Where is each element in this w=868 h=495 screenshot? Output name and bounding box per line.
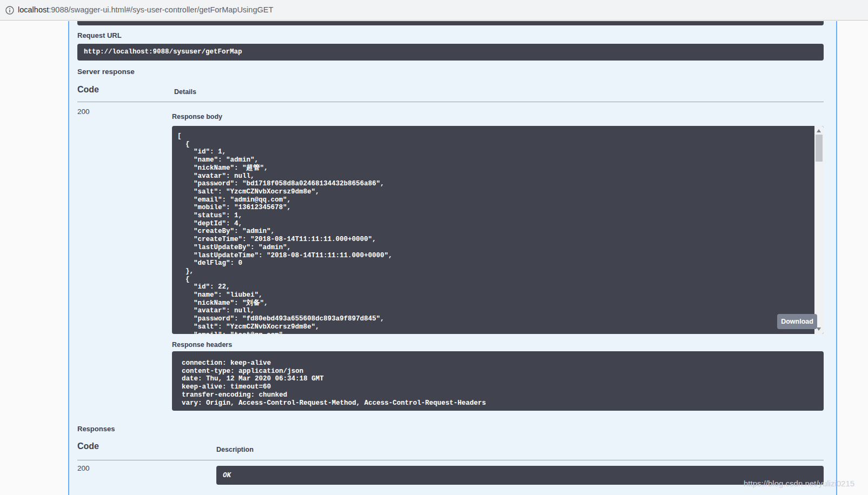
server-response-details-header: Details [174,88,196,96]
curl-box-bottom-edge [77,21,824,25]
url-host: localhost [18,5,49,14]
request-url-box: http://localhost:9088/sysuser/getForMap [77,44,824,61]
response-headers-label: Response headers [172,341,232,349]
server-response-code-header: Code [77,85,99,95]
scroll-down-icon[interactable] [817,327,821,331]
response-headers-text: connection: keep-alive content-type: app… [172,351,824,407]
response-body-label: Response body [172,113,222,121]
scrollbar-thumb[interactable] [816,135,823,162]
response-body-box: [ { "id": 1, "name": "admin", "nickName"… [172,126,824,334]
responses-row-code: 200 [77,464,90,472]
responses-row-description-box: OK [216,466,824,485]
screenshot-root: localhost:9088/swagger-ui.html#/sys-user… [0,0,868,495]
responses-description-header: Description [216,446,254,453]
response-body-json: [ { "id": 1, "name": "admin", "nickName"… [172,126,824,334]
swagger-opblock-body: Request URL http://localhost:9088/sysuse… [68,21,837,495]
server-response-code-value: 200 [77,108,90,116]
response-headers-box: connection: keep-alive content-type: app… [172,351,824,411]
request-url-value: http://localhost:9088/sysuser/getForMap [77,44,824,56]
responses-section-label: Responses [77,425,115,433]
request-url-label: Request URL [77,31,122,39]
response-body-scrollbar[interactable] [814,126,824,334]
responses-divider [77,460,824,460]
responses-code-header: Code [77,442,99,451]
page-margin-right [837,21,868,495]
scroll-up-icon[interactable] [817,129,821,132]
info-icon[interactable] [5,6,14,15]
download-button[interactable]: Download [777,314,817,329]
responses-row-description: OK [216,466,824,479]
url-path: :9088/swagger-ui.html#/sys-user-controll… [49,5,273,14]
server-response-label: Server response [77,68,135,76]
server-response-divider [77,102,824,102]
browser-url-bar[interactable]: localhost:9088/swagger-ui.html#/sys-user… [0,0,868,21]
watermark-text: https://blog.csdn.net/yulizi0215 [744,479,854,488]
page-margin-left [0,21,68,495]
url-text[interactable]: localhost:9088/swagger-ui.html#/sys-user… [18,0,273,21]
